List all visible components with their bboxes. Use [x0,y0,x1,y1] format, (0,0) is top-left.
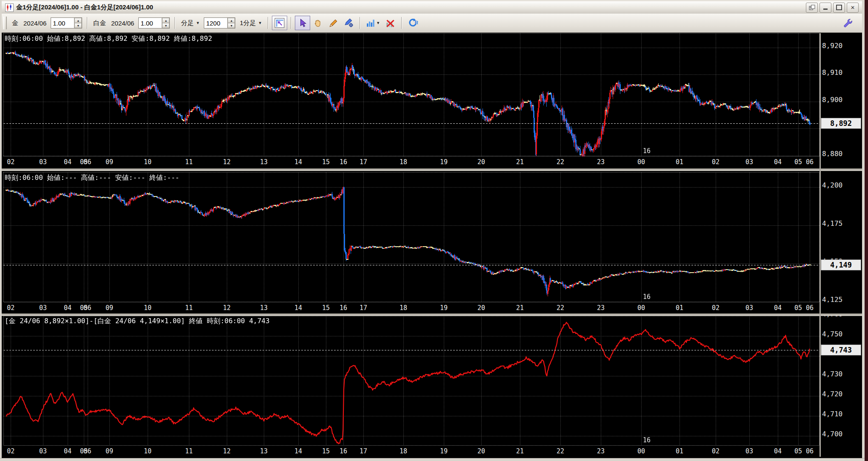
chart-scale-settings-button[interactable] [272,16,287,30]
platinum-multiplier-value[interactable]: 1.00 [139,18,162,28]
time-axis-label: 04 [771,158,785,166]
time-axis-label: 00 [634,447,648,455]
time-axis-label: 17 [356,158,371,166]
time-axis-label: 17 [356,447,371,455]
price-axis-label: 4,750 [822,330,842,338]
bar-type-label: 分足 [181,19,194,27]
time-axis-label: 15 [319,158,333,166]
spin-up-icon[interactable]: ▲ [228,18,235,23]
platinum-1min-date-marker: 16 [643,293,651,301]
titlebar: 金1分足[2024/06]1.00 - 白金1分足[2024/06]1.00 ✕ [2,1,862,14]
price-axis-label: 4,175 [822,219,842,228]
time-axis-label: 22 [553,158,568,166]
time-axis-label: 11 [182,304,196,312]
time-axis-label: 18 [396,158,411,166]
time-axis-label: 23 [594,158,608,166]
time-axis-label: 04 [60,447,75,455]
time-axis-label: 12 [220,158,234,166]
spread-gold-minus-platinum-plot[interactable] [3,316,819,446]
time-axis-label: 13 [257,304,271,312]
price-axis-label: 4,200 [822,181,842,189]
select-cursor-button[interactable] [295,16,310,30]
time-axis-label: 10 [140,447,155,455]
refresh-button[interactable]: R [405,16,420,30]
price-axis-label: 8,880 [822,150,842,157]
time-axis-label: 09 [102,158,117,166]
time-axis-label: 04 [60,158,75,166]
gold-1min-last-price-badge: 8,892 [821,118,861,129]
time-axis-label: 16 [336,304,351,312]
window-title: 金1分足[2024/06]1.00 - 白金1分足[2024/06]1.00 [16,3,153,11]
time-axis-label: 04 [771,447,785,455]
gold-1min-plot[interactable] [3,33,819,157]
time-axis-label: 14 [291,447,306,455]
crosshair-marker-button[interactable] [342,16,356,30]
gold-multiplier-spinner[interactable]: 1.00 ▲ ▼ [51,17,82,28]
clear-chart-button[interactable] [383,16,398,30]
toolbar-grip[interactable] [3,17,7,29]
time-axis-label: 03 [36,158,50,166]
time-axis-label: 11 [182,158,196,166]
spin-down-icon[interactable]: ▼ [228,23,235,28]
spread-gold-minus-platinum-date-marker: 16 [643,436,651,444]
timeframe-dropdown[interactable]: 1分足 ▼ [240,19,262,27]
gold-multiplier-value[interactable]: 1.00 [51,18,74,28]
spin-down-icon[interactable]: ▼ [74,23,82,28]
time-axis-label: 15 [319,447,333,455]
time-axis-label: 04 [771,304,785,312]
platinum-month-label: 2024/06 [111,20,134,27]
plot-axis-separator [819,33,821,457]
time-axis-label: 13 [257,158,271,166]
minimize-icon [823,9,828,10]
refresh-r-label: R [415,20,418,25]
platinum-1min-last-price-badge: 4,149 [821,259,861,270]
time-axis-label: 01 [672,304,687,312]
bar-type-dropdown[interactable]: 分足 ▼ [181,19,200,27]
time-axis-label: 11 [182,447,196,455]
time-axis-label: 00 [634,158,648,166]
spread-gold-minus-platinum-price-axis: 4,7604,7504,7304,7204,7104,7004,743 [821,316,862,446]
crosshair-pen-icon [344,18,354,28]
time-axis-label: 23 [594,447,608,455]
panel-separator[interactable] [2,313,862,316]
panel-separator[interactable] [2,168,862,171]
window-frame-left [0,0,2,461]
time-axis-label: 01 [672,447,687,455]
spin-down-icon[interactable]: ▼ [162,23,169,28]
spread-gold-minus-platinum-info-line: [金 24/06 8,892×1.00]-[白金 24/06 4,149×1.0… [5,317,270,326]
minimize-button[interactable] [819,3,831,13]
wrench-icon [843,18,853,28]
pan-hand-icon [313,18,323,28]
price-axis-label: 4,720 [822,390,842,398]
bar-count-value[interactable]: 1200 [204,18,227,28]
chart-type-button[interactable]: ▼ [364,16,383,30]
price-axis-label: 4,125 [822,296,842,302]
pan-hand-button[interactable] [311,16,326,30]
gold-month-label: 2024/06 [23,20,46,27]
time-axis-label: 06 [802,447,817,455]
settings-button[interactable] [842,17,854,29]
window-frame-bottom [0,458,865,461]
gold-multiplier-buttons: ▲ ▼ [74,18,82,28]
platinum-multiplier-spinner[interactable]: 1.00 ▲ ▼ [138,17,170,28]
chart-scale-icon [274,18,285,28]
price-axis-label: 4,700 [822,430,842,438]
close-button[interactable]: ✕ [847,3,859,13]
pencil-icon [328,18,338,28]
toolbar-separator [401,17,402,29]
bar-count-spinner[interactable]: 1200 ▲ ▼ [204,17,235,28]
time-axis-label: 16 [336,158,351,166]
window-layout-button[interactable] [806,3,818,13]
time-axis-label: 20 [474,158,488,166]
spin-up-icon[interactable]: ▲ [162,18,169,23]
spin-up-icon[interactable]: ▲ [74,18,82,23]
price-axis-label: 4,730 [822,370,842,378]
platinum-1min-plot[interactable] [3,172,819,302]
draw-line-button[interactable] [326,16,341,30]
time-axis-label: 01 [672,158,687,166]
chevron-down-icon: ▼ [196,21,200,25]
maximize-button[interactable] [833,3,845,13]
time-axis-label: 03 [742,447,757,455]
gold-1min-price-axis: 8,9208,9108,9008,8808,892 [821,33,862,157]
time-axis-label: 02 [3,158,18,166]
